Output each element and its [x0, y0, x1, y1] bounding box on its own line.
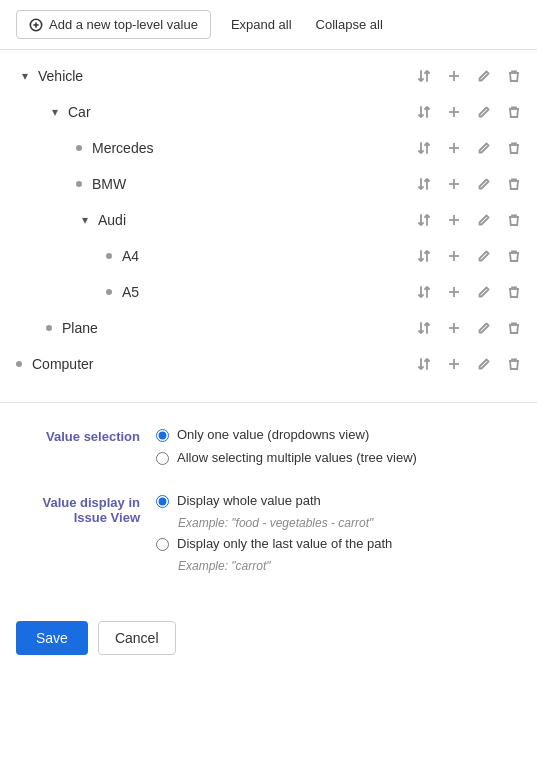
tree-actions-car: [413, 101, 525, 123]
edit-plane-btn[interactable]: [473, 317, 495, 339]
add-car-btn[interactable]: [443, 101, 465, 123]
delete-audi-btn[interactable]: [503, 209, 525, 231]
chevron-car[interactable]: ▾: [46, 103, 64, 121]
sort-icon: [417, 285, 431, 299]
edit-icon: [477, 69, 491, 83]
edit-audi-btn[interactable]: [473, 209, 495, 231]
expand-all-button[interactable]: Expand all: [227, 13, 296, 36]
delete-icon: [507, 141, 521, 155]
delete-icon: [507, 321, 521, 335]
add-plane-btn[interactable]: [443, 317, 465, 339]
value-selection-row: Value selection Only one value (dropdown…: [16, 427, 521, 473]
edit-icon: [477, 105, 491, 119]
radio-single-option[interactable]: Only one value (dropdowns view): [156, 427, 521, 442]
sort-icon: [417, 105, 431, 119]
radio-whole-path-input[interactable]: [156, 495, 169, 508]
edit-mercedes-btn[interactable]: [473, 137, 495, 159]
edit-vehicle-btn[interactable]: [473, 65, 495, 87]
add-icon: [447, 249, 461, 263]
add-mercedes-btn[interactable]: [443, 137, 465, 159]
sort-icon: [417, 141, 431, 155]
delete-mercedes-btn[interactable]: [503, 137, 525, 159]
tree-row: A4: [0, 238, 537, 274]
delete-icon: [507, 177, 521, 191]
tree-label-audi: Audi: [98, 212, 413, 228]
radio-single-label: Only one value (dropdowns view): [177, 427, 369, 442]
sort-plane-btn[interactable]: [413, 317, 435, 339]
sort-icon: [417, 357, 431, 371]
tree-row: A5: [0, 274, 537, 310]
tree-container: ▾ Vehicle ▾ Car: [0, 50, 537, 390]
last-value-example: Example: "carrot": [178, 559, 521, 573]
add-icon: [447, 285, 461, 299]
add-icon: [447, 177, 461, 191]
dot-mercedes: [76, 145, 82, 151]
tree-row: ▾ Car: [0, 94, 537, 130]
sort-a4-btn[interactable]: [413, 245, 435, 267]
edit-bmw-btn[interactable]: [473, 173, 495, 195]
value-display-label-line2: Issue View: [74, 510, 140, 525]
radio-single-input[interactable]: [156, 429, 169, 442]
toolbar: Add a new top-level value Expand all Col…: [0, 0, 537, 50]
dot-bmw: [76, 181, 82, 187]
edit-icon: [477, 141, 491, 155]
save-button[interactable]: Save: [16, 621, 88, 655]
value-selection-label: Value selection: [16, 427, 156, 473]
collapse-all-button[interactable]: Collapse all: [312, 13, 387, 36]
delete-a5-btn[interactable]: [503, 281, 525, 303]
sort-icon: [417, 213, 431, 227]
delete-icon: [507, 357, 521, 371]
tree-label-bmw: BMW: [92, 176, 413, 192]
edit-car-btn[interactable]: [473, 101, 495, 123]
radio-multi-option[interactable]: Allow selecting multiple values (tree vi…: [156, 450, 521, 465]
add-vehicle-btn[interactable]: [443, 65, 465, 87]
sort-icon: [417, 321, 431, 335]
sort-mercedes-btn[interactable]: [413, 137, 435, 159]
add-a4-btn[interactable]: [443, 245, 465, 267]
radio-whole-path-option[interactable]: Display whole value path: [156, 493, 521, 508]
add-icon: [447, 321, 461, 335]
edit-a5-btn[interactable]: [473, 281, 495, 303]
delete-icon: [507, 213, 521, 227]
sort-vehicle-btn[interactable]: [413, 65, 435, 87]
value-display-options: Display whole value path Example: "food …: [156, 493, 521, 573]
sort-computer-btn[interactable]: [413, 353, 435, 375]
tree-actions-plane: [413, 317, 525, 339]
edit-icon: [477, 177, 491, 191]
sort-bmw-btn[interactable]: [413, 173, 435, 195]
edit-computer-btn[interactable]: [473, 353, 495, 375]
footer-actions: Save Cancel: [0, 605, 537, 671]
radio-multi-input[interactable]: [156, 452, 169, 465]
sort-a5-btn[interactable]: [413, 281, 435, 303]
edit-icon: [477, 357, 491, 371]
tree-actions-vehicle: [413, 65, 525, 87]
add-audi-btn[interactable]: [443, 209, 465, 231]
edit-icon: [477, 249, 491, 263]
delete-car-btn[interactable]: [503, 101, 525, 123]
tree-row: BMW: [0, 166, 537, 202]
add-icon: [447, 69, 461, 83]
delete-vehicle-btn[interactable]: [503, 65, 525, 87]
add-computer-btn[interactable]: [443, 353, 465, 375]
radio-last-value-option[interactable]: Display only the last value of the path: [156, 536, 521, 551]
sort-audi-btn[interactable]: [413, 209, 435, 231]
delete-computer-btn[interactable]: [503, 353, 525, 375]
edit-a4-btn[interactable]: [473, 245, 495, 267]
radio-last-value-input[interactable]: [156, 538, 169, 551]
add-toplevel-button[interactable]: Add a new top-level value: [16, 10, 211, 39]
add-bmw-btn[interactable]: [443, 173, 465, 195]
tree-row: Mercedes: [0, 130, 537, 166]
delete-a4-btn[interactable]: [503, 245, 525, 267]
edit-icon: [477, 285, 491, 299]
delete-plane-btn[interactable]: [503, 317, 525, 339]
delete-bmw-btn[interactable]: [503, 173, 525, 195]
plus-circle-icon: [29, 18, 43, 32]
sort-icon: [417, 249, 431, 263]
chevron-vehicle[interactable]: ▾: [16, 67, 34, 85]
add-a5-btn[interactable]: [443, 281, 465, 303]
settings-section: Value selection Only one value (dropdown…: [0, 415, 537, 605]
tree-actions-mercedes: [413, 137, 525, 159]
chevron-audi[interactable]: ▾: [76, 211, 94, 229]
sort-car-btn[interactable]: [413, 101, 435, 123]
cancel-button[interactable]: Cancel: [98, 621, 176, 655]
